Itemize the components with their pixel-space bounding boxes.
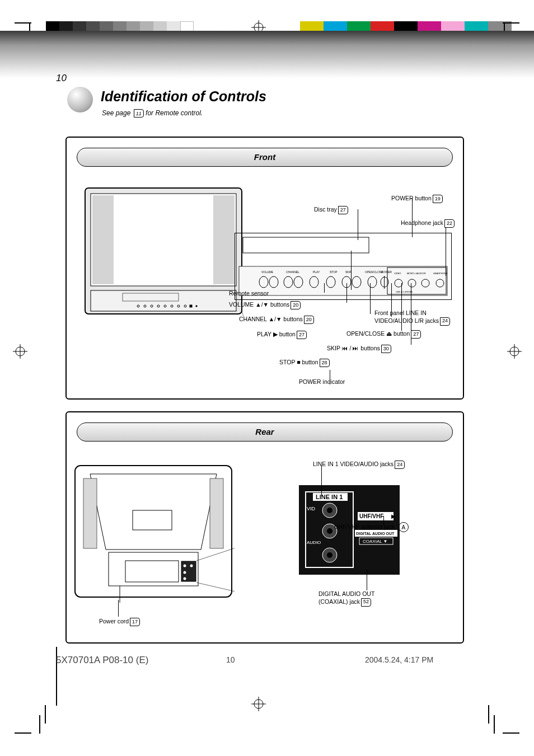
crop-mark	[488, 705, 489, 724]
label-power-button: POWER button19	[391, 195, 443, 203]
rear-title: Rear	[77, 422, 453, 442]
label-skip: SKIP ⏮ / ⏭ buttons30	[327, 345, 391, 353]
antenna-ref-circle: A	[399, 522, 409, 532]
label-front-panel-linein: Front panel LINE INVIDEO/AUDIO L/R jacks…	[374, 309, 464, 326]
rear-panel-section: Rear LINE IN 1 VID AUDIO UHF/VHF ▶	[65, 411, 464, 644]
crop-mark	[39, 715, 40, 734]
svg-rect-63	[133, 510, 172, 530]
svg-text:DIGITAL AUDIO OUT: DIGITAL AUDIO OUT	[356, 532, 395, 536]
page-ref-tag: 11	[134, 109, 144, 118]
svg-text:LINE IN 2 (FRONT): LINE IN 2 (FRONT)	[396, 291, 413, 293]
label-coax: DIGITAL AUDIO OUT(COAXIAL) jack52	[318, 590, 374, 607]
svg-text:STOP: STOP	[330, 270, 338, 274]
svg-rect-26	[190, 305, 192, 307]
tv-rear-illustration	[72, 463, 235, 603]
label-disc-tray: Disc tray27	[314, 206, 348, 214]
svg-point-68	[190, 565, 193, 567]
svg-text:CHANNEL: CHANNEL	[286, 270, 299, 274]
svg-text:PLAY: PLAY	[313, 270, 320, 274]
svg-rect-16	[91, 290, 236, 311]
svg-point-70	[184, 577, 186, 580]
svg-rect-65	[125, 561, 179, 582]
svg-point-85	[327, 552, 332, 558]
footer-datestamp: 2004.5.24, 4:17 PM	[365, 655, 433, 665]
crop-mark	[15, 732, 31, 734]
page-title: Identification of Controls	[101, 88, 266, 105]
footer-filename: 5X70701A P08-10 (E)	[56, 655, 148, 666]
svg-point-82	[327, 528, 332, 534]
svg-rect-31	[243, 237, 369, 253]
svg-point-27	[196, 306, 197, 307]
svg-rect-62	[210, 478, 223, 548]
svg-point-69	[184, 571, 186, 574]
label-power-indicator: POWER indicator	[299, 378, 345, 386]
crop-mark	[503, 22, 519, 24]
svg-text:VIDEO: VIDEO	[394, 272, 401, 275]
svg-text:POWER: POWER	[381, 270, 392, 274]
crop-mark	[494, 715, 495, 734]
svg-text:▶: ▶	[391, 513, 396, 519]
subtitle-suffix: for Remote control.	[146, 109, 203, 117]
header-gradient	[0, 31, 534, 78]
svg-point-80	[327, 508, 332, 513]
label-antenna: UHF/VHF antenna jack A	[334, 522, 409, 532]
crop-mark	[503, 732, 519, 734]
section-bullet-sphere	[67, 87, 93, 112]
label-power-cord: Power cord17	[99, 618, 140, 626]
label-stop: STOP ■ button28	[279, 359, 330, 367]
svg-rect-61	[83, 478, 97, 548]
svg-rect-14	[92, 195, 114, 284]
svg-text:VOLUME: VOLUME	[261, 270, 274, 274]
footer-pagenum: 10	[226, 655, 235, 665]
svg-text:UHF/VHF: UHF/VHF	[359, 513, 383, 519]
svg-text:VID: VID	[307, 506, 316, 511]
svg-text:MONO L/AUDIO/R: MONO L/AUDIO/R	[407, 272, 426, 275]
label-open-close: OPEN/CLOSE ⏏ button27	[346, 330, 421, 339]
registration-target-icon	[251, 697, 266, 713]
front-title: Front	[77, 148, 453, 167]
page-number: 10	[56, 73, 67, 84]
svg-text:LINE IN 1: LINE IN 1	[316, 494, 343, 500]
svg-point-67	[184, 565, 186, 567]
label-channel: CHANNEL ▲/▼ buttons20	[239, 316, 314, 324]
label-play: PLAY ▶ button27	[257, 331, 307, 339]
subtitle: See page 11 for Remote control.	[102, 109, 203, 118]
svg-text:COAXIAL ▼: COAXIAL ▼	[363, 539, 388, 544]
label-line-in-1: LINE IN 1 VIDEO/AUDIO jacks24	[313, 461, 405, 469]
svg-rect-15	[213, 195, 235, 284]
crop-mark	[45, 705, 46, 724]
front-panel-section: Front VOLUME CHANNEL PLAY STOP SKIP OPEN…	[65, 137, 464, 400]
label-remote-sensor: Remote sensor	[229, 290, 269, 298]
registration-target-icon	[507, 344, 522, 361]
subtitle-prefix: See page	[102, 109, 130, 117]
label-volume: VOLUME ▲/▼ buttons20	[229, 301, 301, 309]
registration-target-icon	[13, 344, 27, 361]
tv-front-illustration	[82, 185, 245, 317]
label-headphone: Headphone jack22	[401, 219, 455, 228]
svg-text:AUDIO: AUDIO	[307, 540, 321, 545]
